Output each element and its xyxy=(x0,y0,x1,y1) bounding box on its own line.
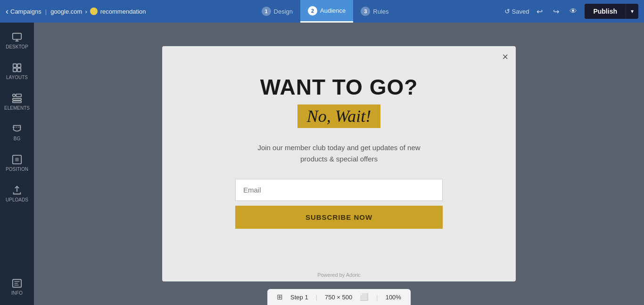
step-design-num: 1 xyxy=(262,7,271,16)
desktop-icon xyxy=(12,32,22,42)
step-rules[interactable]: 3 Rules xyxy=(353,0,396,23)
step-design-label: Design xyxy=(274,8,293,15)
back-label: Campaigns xyxy=(10,8,41,15)
bottom-bar: ⊞ Step 1 | 750 × 500 ⬜ | 100% xyxy=(267,289,411,305)
elements-label: ELEMENTS xyxy=(4,105,30,111)
svg-rect-6 xyxy=(17,68,21,72)
nav-right-controls: ↺ Saved ↩ ↪ 👁 Publish ▾ xyxy=(504,4,638,19)
powered-by-label: Powered by Adoric xyxy=(317,272,361,278)
step-rules-label: Rules xyxy=(373,8,388,15)
position-icon xyxy=(12,154,22,165)
saved-status: ↺ Saved xyxy=(504,8,529,15)
nav-sep-1: | xyxy=(45,8,47,15)
svg-rect-13 xyxy=(15,158,18,161)
canvas-area: × WANT TO GO? No, Wait! Join our member … xyxy=(34,23,644,305)
bottom-sep-2: | xyxy=(376,294,378,301)
email-input[interactable] xyxy=(235,179,443,201)
breadcrumb-page: recommendation xyxy=(100,8,146,15)
popup-title-main: WANT TO GO? xyxy=(260,74,418,100)
step-design[interactable]: 1 Design xyxy=(254,0,300,23)
sidebar-item-elements[interactable]: ELEMENTS xyxy=(0,88,34,115)
sidebar-item-bg[interactable]: BG xyxy=(0,119,34,146)
step-icon: ⊞ xyxy=(277,293,283,301)
back-to-campaigns[interactable]: Campaigns xyxy=(6,7,41,16)
publish-dropdown-button[interactable]: ▾ xyxy=(626,4,638,18)
svg-rect-8 xyxy=(16,94,21,97)
svg-point-7 xyxy=(13,94,15,97)
zoom-label: 100% xyxy=(386,294,401,301)
bg-icon xyxy=(12,124,22,134)
svg-rect-9 xyxy=(13,98,21,100)
popup-description: Join our member club today and get updat… xyxy=(249,142,429,165)
desktop-label: DESKTOP xyxy=(6,44,28,49)
sidebar-item-uploads[interactable]: UPLOADS xyxy=(0,180,34,207)
info-label: INFO xyxy=(11,290,23,296)
elements-icon xyxy=(12,93,22,104)
sidebar-item-info[interactable]: INFO xyxy=(0,273,34,300)
workflow-steps: 1 Design 2 Audience 3 Rules xyxy=(254,0,396,23)
uploads-label: UPLOADS xyxy=(6,197,28,202)
dimensions-label: 750 × 500 xyxy=(325,294,352,301)
layouts-icon xyxy=(12,63,22,73)
undo-button[interactable]: ↩ xyxy=(534,5,545,18)
step-audience-num: 2 xyxy=(308,6,317,16)
publish-button-group: Publish ▾ xyxy=(585,4,638,19)
sidebar-item-position[interactable]: POSITION xyxy=(0,150,34,177)
main-layout: DESKTOP LAYOUTS ELEMENTS BG POSITION UPL… xyxy=(0,23,644,305)
svg-rect-0 xyxy=(13,33,21,40)
sidebar-item-layouts[interactable]: LAYOUTS xyxy=(0,58,34,85)
step-label: Step 1 xyxy=(290,294,308,301)
info-icon xyxy=(12,278,22,289)
redo-button[interactable]: ↪ xyxy=(550,5,562,18)
uploads-icon xyxy=(12,185,22,195)
svg-rect-4 xyxy=(17,64,21,67)
preview-button[interactable]: 👁 xyxy=(567,5,580,17)
svg-rect-5 xyxy=(13,68,17,72)
breadcrumb-arrow: › xyxy=(85,8,87,15)
subscribe-button[interactable]: SUBSCRIBE NOW xyxy=(235,206,443,229)
svg-rect-3 xyxy=(13,64,17,67)
step-audience-label: Audience xyxy=(320,7,346,14)
position-label: POSITION xyxy=(6,167,28,172)
publish-button[interactable]: Publish xyxy=(585,4,626,19)
top-navigation: Campaigns | google.com › recommendation … xyxy=(0,0,644,23)
svg-rect-10 xyxy=(13,101,21,103)
left-sidebar: DESKTOP LAYOUTS ELEMENTS BG POSITION UPL… xyxy=(0,23,34,305)
sidebar-item-desktop[interactable]: DESKTOP xyxy=(0,27,34,54)
dimensions-icon: ⬜ xyxy=(360,293,369,301)
breadcrumb: google.com › recommendation xyxy=(50,8,146,15)
popup-modal: × WANT TO GO? No, Wait! Join our member … xyxy=(162,46,516,281)
layouts-label: LAYOUTS xyxy=(6,75,28,80)
popup-title-sub: No, Wait! xyxy=(297,104,381,128)
bg-label: BG xyxy=(14,136,20,141)
saved-icon: ↺ xyxy=(504,8,510,15)
step-audience[interactable]: 2 Audience xyxy=(300,0,353,23)
breadcrumb-site: google.com xyxy=(50,8,82,15)
close-button[interactable]: × xyxy=(502,52,508,62)
bottom-sep: | xyxy=(316,294,317,301)
breadcrumb-dot xyxy=(90,8,98,15)
step-rules-num: 3 xyxy=(361,7,370,16)
